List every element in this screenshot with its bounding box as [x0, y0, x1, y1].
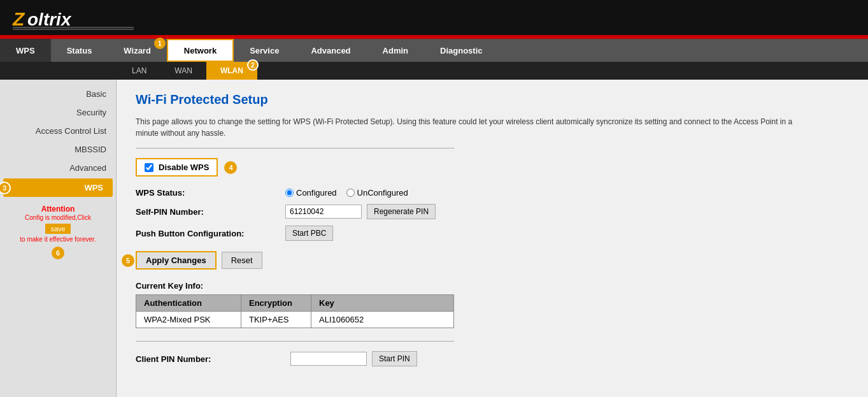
main-container: Basic Security Access Control List MBSSI… [0, 80, 868, 397]
page-title: Wi-Fi Protected Setup [136, 92, 849, 107]
sidebar-item-security[interactable]: Security [0, 103, 116, 122]
cell-authentication: WPA2-Mixed PSK [136, 312, 241, 328]
disable-wps-checkbox[interactable] [145, 163, 153, 172]
regenerate-pin-button[interactable]: Regenerate PIN [367, 204, 436, 219]
attention-label: Attention [3, 205, 113, 213]
top-nav-network[interactable]: Network [167, 39, 234, 62]
self-pin-row: Self-PIN Number: Regenerate PIN [136, 204, 849, 219]
sub-nav-wan[interactable]: WAN [160, 62, 206, 80]
client-pin-controls: Start PIN [290, 351, 417, 366]
wps-configured-radio[interactable] [285, 189, 294, 197]
sidebar: Basic Security Access Control List MBSSI… [0, 80, 117, 397]
sub-nav-wlan[interactable]: WLAN 2 [206, 62, 257, 80]
cell-key: ALI1060652 [311, 312, 454, 328]
top-nav-admin[interactable]: Admin [367, 39, 424, 62]
start-pbc-button[interactable]: Start PBC [285, 226, 333, 241]
current-key-section: Current Key Info: Authentication Encrypt… [136, 281, 849, 328]
col-encryption: Encryption [241, 295, 311, 312]
self-pin-controls: Regenerate PIN [285, 204, 436, 219]
push-button-row: Push Button Configuration: Start PBC [136, 226, 849, 241]
header: Z oltrix [0, 0, 868, 35]
wps-status-options: Configured UnConfigured [285, 188, 408, 198]
wps-unconfigured-radio[interactable] [346, 189, 355, 197]
sidebar-item-mbssid[interactable]: MBSSID [0, 140, 116, 159]
sub-nav-lan[interactable]: LAN [118, 62, 160, 80]
disable-wps-label: Disable WPS [159, 162, 209, 172]
key-table-row: WPA2-Mixed PSK TKIP+AES ALI1060652 [136, 312, 454, 328]
sidebar-item-acl[interactable]: Access Control List [0, 122, 116, 140]
logo: Z oltrix [10, 5, 137, 31]
svg-text:Z: Z [12, 8, 25, 29]
apply-circle: 5 [122, 254, 134, 267]
wps-status-unconfigured[interactable]: UnConfigured [346, 188, 408, 198]
svg-text:oltrix: oltrix [27, 10, 72, 29]
disable-wps-circle: 4 [224, 161, 237, 174]
wps-status-configured[interactable]: Configured [285, 188, 337, 198]
attention-area: Attention Config is modified,Click save … [0, 202, 116, 262]
top-nav-wizard[interactable]: Wizard 1 [108, 39, 167, 62]
push-button-label: Push Button Configuration: [136, 229, 285, 238]
col-key: Key [311, 295, 454, 312]
wps-status-row: WPS Status: Configured UnConfigured [136, 188, 849, 198]
self-pin-input[interactable] [285, 205, 362, 219]
key-table: Authentication Encryption Key WPA2-Mixed… [136, 294, 454, 328]
top-nav-advanced[interactable]: Advanced [295, 39, 366, 62]
reset-button[interactable]: Reset [222, 252, 262, 269]
top-nav-wps[interactable]: WPS [0, 39, 51, 62]
client-pin-input[interactable] [290, 352, 367, 366]
sidebar-item-advanced[interactable]: Advanced [0, 159, 116, 177]
self-pin-label: Self-PIN Number: [136, 207, 285, 217]
sub-nav: LAN WAN WLAN 2 [0, 62, 868, 80]
attention-text: Config is modified,Click [3, 213, 113, 222]
disable-wps-box: Disable WPS [136, 158, 218, 177]
wps-status-label: WPS Status: [136, 188, 285, 198]
page-description: This page allows you to change the setti… [136, 116, 811, 139]
sidebar-item-basic[interactable]: Basic [0, 85, 116, 103]
cell-encryption: TKIP+AES [241, 312, 311, 328]
wizard-circle: 1 [154, 38, 166, 49]
sidebar-item-wps[interactable]: 3 WPS [3, 178, 113, 197]
separator [136, 148, 454, 148]
top-nav-service[interactable]: Service [234, 39, 295, 62]
sidebar-circle6: 6 [52, 247, 64, 259]
top-nav-status[interactable]: Status [51, 39, 108, 62]
save-button[interactable]: save [45, 224, 70, 234]
client-pin-row: Client PIN Number: Start PIN [136, 351, 849, 366]
start-pin-button[interactable]: Start PIN [372, 351, 417, 366]
apply-changes-button[interactable]: Apply Changes [136, 251, 217, 270]
disable-wps-row: Disable WPS 4 [136, 158, 849, 177]
attention-text2: to make it effective forever. [3, 235, 113, 244]
separator2 [136, 341, 454, 342]
sidebar-wps-circle: 3 [0, 182, 11, 194]
col-authentication: Authentication [136, 295, 241, 312]
wlan-circle: 2 [247, 59, 259, 71]
client-pin-label: Client PIN Number: [136, 354, 285, 364]
current-key-label: Current Key Info: [136, 281, 849, 291]
top-nav-diagnostic[interactable]: Diagnostic [424, 39, 498, 62]
top-nav: WPS Status Wizard 1 Network Service Adva… [0, 39, 868, 62]
actions-row: 5 Apply Changes Reset [136, 251, 849, 270]
content-area: Wi-Fi Protected Setup This page allows y… [117, 80, 868, 397]
logo-icon: Z oltrix [10, 5, 137, 31]
